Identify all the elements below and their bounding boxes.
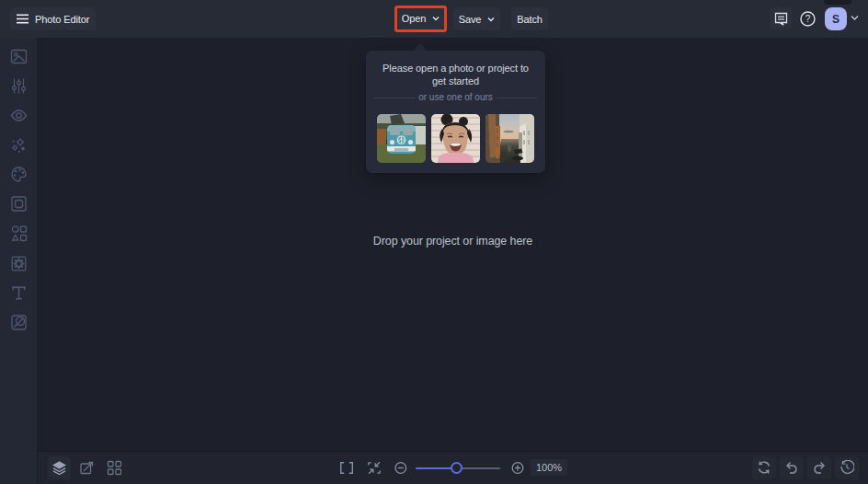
svg-text:?: ? (805, 14, 810, 24)
